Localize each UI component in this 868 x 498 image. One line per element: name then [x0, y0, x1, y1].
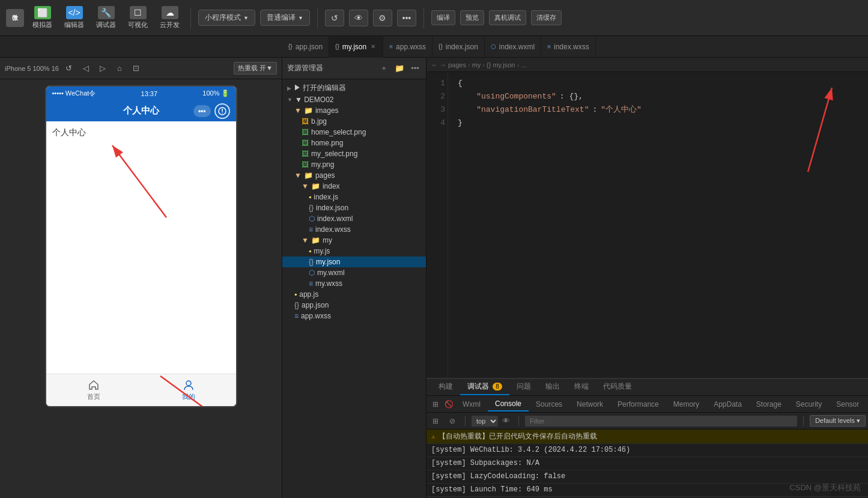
device-btn[interactable]: ⚙ — [373, 10, 392, 26]
mode-chevron-icon: ▼ — [243, 15, 249, 21]
tree-item-indexwxss[interactable]: ≡ index.wxss — [282, 224, 426, 235]
tab-index-wxml-label: index.wxml — [499, 43, 535, 51]
simulator-btn[interactable]: ⬜ 模拟器 — [29, 4, 56, 32]
new-file-btn[interactable]: + — [378, 62, 390, 74]
dt-tab-terminal[interactable]: 终端 — [567, 379, 596, 395]
dt-tab-network[interactable]: Network — [569, 398, 610, 411]
dt-tab-debugger[interactable]: 调试器 8 — [460, 379, 509, 395]
tab-index-wxml[interactable]: ⬡ index.wxml — [485, 36, 541, 58]
tab-app-json[interactable]: {} app.json — [282, 36, 329, 58]
tree-item-mywxss[interactable]: ≡ my.wxss — [282, 278, 426, 289]
dt-tab-console[interactable]: Console — [488, 397, 529, 411]
file-label: my.wxml — [317, 269, 345, 277]
sim-home-btn[interactable]: ⌂ — [113, 62, 126, 75]
breadcrumb-sep3: › — [517, 61, 520, 68]
devtools-prohibit-btn[interactable]: 🚫 — [442, 398, 455, 411]
dt-tab-quality[interactable]: 代码质量 — [596, 379, 639, 395]
editor-tab-bar: {} app.json {} my.json ✕ ≡ app.wxss {} i… — [0, 36, 868, 58]
cloud-btn[interactable]: ☁ 云开发 — [156, 4, 183, 32]
opened-editors-section[interactable]: ▶ ▶ 打开的编辑器 — [282, 82, 426, 94]
editor-btn[interactable]: </> 编辑器 — [61, 4, 88, 32]
tab-app-wxss[interactable]: ≡ app.wxss — [383, 36, 432, 58]
visible-btn[interactable]: ☐ 可视化 — [124, 4, 151, 32]
tree-item-bjpg[interactable]: 🖼 b.jpg — [282, 116, 426, 127]
tab-my-json-label: my.json — [342, 43, 366, 51]
tree-item-my-folder[interactable]: ▼ 📁 my — [282, 235, 426, 246]
clear-cache-btn[interactable]: 清缓存 — [531, 10, 562, 25]
code-editor[interactable]: { "usingComponents" : {}, "navigationBar… — [448, 72, 868, 378]
tree-item-appjs[interactable]: ▪ app.js — [282, 289, 426, 300]
tab-app-json-icon: {} — [288, 43, 293, 50]
scope-select[interactable]: top — [472, 416, 498, 427]
tree-item-myselect[interactable]: 🖼 my_select.png — [282, 148, 426, 159]
tree-item-pages[interactable]: ▼ 📁 pages — [282, 170, 426, 181]
tree-item-appjson[interactable]: {} app.json — [282, 300, 426, 311]
phone-nav-my[interactable]: 我的 — [141, 374, 236, 406]
phone-dots-btn[interactable]: ••• — [193, 105, 211, 117]
dt-tab-storage[interactable]: Storage — [749, 398, 789, 411]
file-tree-more-btn[interactable]: ••• — [409, 62, 421, 74]
dt-tab-output[interactable]: 输出 — [538, 379, 567, 395]
compile-dropdown[interactable]: 普通编译 ▼ — [260, 10, 310, 26]
dt-tab-appdata[interactable]: AppData — [706, 398, 749, 411]
tab-index-wxss[interactable]: ≡ index.wxss — [541, 36, 596, 58]
preview-btn[interactable]: 预览 — [460, 10, 484, 25]
sim-scan-btn[interactable]: ⊡ — [130, 62, 143, 75]
dt-tab-performance[interactable]: Performance — [610, 398, 666, 411]
dt-tab-memory[interactable]: Memory — [666, 398, 706, 411]
hot-reload-btn[interactable]: 热重载 开▼ — [234, 62, 277, 74]
sim-forward-btn[interactable]: ▷ — [96, 62, 109, 75]
tab-index-wxss-icon: ≡ — [547, 43, 551, 50]
devtools-sidebar-btn[interactable]: ⊞ — [429, 398, 442, 411]
phone-circle-btn[interactable] — [214, 103, 230, 119]
console-msg-4-text: [system] LazyCodeLoading: false — [431, 472, 565, 481]
compile-chevron-icon: ▼ — [298, 15, 303, 21]
mode-dropdown[interactable]: 小程序模式 ▼ — [198, 10, 255, 26]
tree-item-homeselect[interactable]: 🖼 home_select.png — [282, 127, 426, 138]
console-sidebar-btn[interactable]: ⊞ — [429, 414, 442, 428]
project-section[interactable]: ▼ ▼ DEMO02 — [282, 94, 426, 105]
tree-item-myjson[interactable]: {} my.json — [282, 257, 426, 267]
dt-tab-security[interactable]: Security — [789, 398, 829, 411]
dt-tab-build[interactable]: 构建 — [431, 379, 460, 395]
tree-item-mypng[interactable]: 🖼 my.png — [282, 159, 426, 170]
console-prohibit-btn[interactable]: ⊘ — [446, 414, 459, 428]
tree-item-appwxss[interactable]: ≡ app.wxss — [282, 311, 426, 321]
real-debug-btn[interactable]: 真机调试 — [489, 10, 526, 25]
folder-icon: ▼ — [294, 171, 302, 180]
tree-item-indexwxml[interactable]: ⬡ index.wxml — [282, 213, 426, 224]
refresh-btn[interactable]: ↺ — [325, 10, 344, 26]
more-btn[interactable]: ••• — [397, 10, 416, 26]
app-logo: 微 — [6, 9, 24, 27]
folder-icon-img: 📁 — [304, 106, 313, 115]
tree-item-mywxml[interactable]: ⬡ my.wxml — [282, 267, 426, 278]
eye-icon[interactable]: 👁 — [499, 414, 512, 428]
new-folder-btn[interactable]: 📁 — [393, 62, 405, 74]
compile-btn[interactable]: 编译 — [431, 10, 455, 25]
dt-tab-sensor[interactable]: Sensor — [829, 398, 866, 411]
debugger-btn[interactable]: 🔧 调试器 — [93, 4, 120, 32]
dt-tab-wxml[interactable]: Wxml — [455, 398, 488, 411]
console-filter-input[interactable] — [525, 416, 797, 427]
tree-item-home[interactable]: 🖼 home.png — [282, 138, 426, 148]
tree-item-myjs[interactable]: ▪ my.js — [282, 246, 426, 257]
simulator-toolbar: iPhone 5 100% 16 ↺ ◁ ▷ ⌂ ⊡ 热重载 开▼ — [0, 58, 282, 79]
tab-my-json-close[interactable]: ✕ — [369, 43, 377, 50]
preview-mode-btn[interactable]: 👁 — [349, 10, 368, 26]
tab-my-json[interactable]: {} my.json ✕ — [329, 36, 383, 58]
tree-item-indexjson[interactable]: {} index.json — [282, 202, 426, 213]
filter-sep — [465, 416, 466, 426]
tree-item-images[interactable]: ▼ 📁 images — [282, 105, 426, 116]
phone-nav-home[interactable]: 首页 — [46, 374, 141, 406]
dt-tab-sources[interactable]: Sources — [529, 398, 569, 411]
dt-tab-issues[interactable]: 问题 — [509, 379, 538, 395]
sim-refresh-btn[interactable]: ↺ — [62, 62, 76, 75]
default-levels-btn[interactable]: Default levels ▾ — [810, 415, 866, 427]
tab-index-json[interactable]: {} index.json — [432, 36, 485, 58]
tree-item-indexjs[interactable]: ▪ index.js — [282, 192, 426, 202]
nav-bar-title: 个人中心 — [123, 105, 159, 117]
sim-back-btn[interactable]: ◁ — [79, 62, 93, 75]
file-label: app.wxss — [301, 312, 331, 320]
tree-item-index-folder[interactable]: ▼ 📁 index — [282, 181, 426, 192]
wxml-icon: ⬡ — [309, 269, 315, 277]
